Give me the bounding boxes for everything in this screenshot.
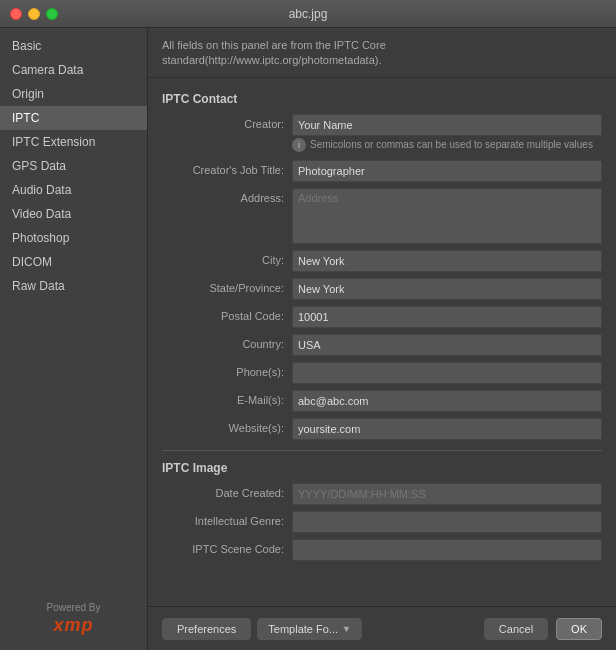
email-label: E-Mail(s):	[162, 390, 292, 406]
address-label: Address:	[162, 188, 292, 204]
state-field-wrap	[292, 278, 602, 300]
window-title: abc.jpg	[289, 7, 328, 21]
postal-label: Postal Code:	[162, 306, 292, 322]
intellectual-genre-row: Intellectual Genre:	[162, 511, 602, 533]
intellectual-genre-field-wrap	[292, 511, 602, 533]
iptc-contact-header: IPTC Contact	[162, 92, 602, 106]
creator-input[interactable]	[292, 114, 602, 136]
website-field-wrap	[292, 418, 602, 440]
sidebar-footer: Powered By xmp	[0, 594, 147, 644]
phone-input[interactable]	[292, 362, 602, 384]
info-text: All fields on this panel are from the IP…	[148, 28, 616, 78]
job-title-field-wrap	[292, 160, 602, 182]
postal-field-wrap	[292, 306, 602, 328]
main-content: Basic Camera Data Origin IPTC IPTC Exten…	[0, 28, 616, 650]
date-created-label: Date Created:	[162, 483, 292, 499]
info-icon: i	[292, 138, 306, 152]
date-created-field-wrap	[292, 483, 602, 505]
template-dropdown-button[interactable]: Template Fo... ▼	[257, 618, 362, 640]
city-field-wrap	[292, 250, 602, 272]
date-created-row: Date Created:	[162, 483, 602, 505]
title-bar: abc.jpg	[0, 0, 616, 28]
phone-row: Phone(s):	[162, 362, 602, 384]
hint-text: Semicolons or commas can be used to sepa…	[310, 139, 593, 150]
website-row: Website(s):	[162, 418, 602, 440]
template-dropdown-label: Template Fo...	[268, 623, 338, 635]
address-field-wrap	[292, 188, 602, 244]
sidebar-item-video-data[interactable]: Video Data	[0, 202, 147, 226]
country-field-wrap	[292, 334, 602, 356]
minimize-button[interactable]	[28, 8, 40, 20]
sidebar-item-audio-data[interactable]: Audio Data	[0, 178, 147, 202]
bottom-bar: Preferences Template Fo... ▼ Cancel OK	[148, 606, 616, 650]
city-input[interactable]	[292, 250, 602, 272]
bottom-bar-left: Preferences Template Fo... ▼	[162, 618, 362, 640]
sidebar: Basic Camera Data Origin IPTC IPTC Exten…	[0, 28, 148, 650]
sidebar-item-camera-data[interactable]: Camera Data	[0, 58, 147, 82]
sidebar-item-iptc[interactable]: IPTC	[0, 106, 147, 130]
date-created-input[interactable]	[292, 483, 602, 505]
phone-label: Phone(s):	[162, 362, 292, 378]
sidebar-item-origin[interactable]: Origin	[0, 82, 147, 106]
website-label: Website(s):	[162, 418, 292, 434]
preferences-button[interactable]: Preferences	[162, 618, 251, 640]
city-row: City:	[162, 250, 602, 272]
address-row: Address:	[162, 188, 602, 244]
creator-field-wrap: i Semicolons or commas can be used to se…	[292, 114, 602, 154]
country-row: Country:	[162, 334, 602, 356]
email-input[interactable]	[292, 390, 602, 412]
powered-by-label: Powered By	[47, 602, 101, 613]
xmp-logo: xmp	[53, 615, 93, 636]
sidebar-item-dicom[interactable]: DICOM	[0, 250, 147, 274]
chevron-down-icon: ▼	[342, 624, 351, 634]
job-title-input[interactable]	[292, 160, 602, 182]
postal-row: Postal Code:	[162, 306, 602, 328]
sidebar-item-raw-data[interactable]: Raw Data	[0, 274, 147, 298]
sidebar-item-basic[interactable]: Basic	[0, 34, 147, 58]
bottom-bar-right: Cancel OK	[484, 618, 602, 640]
sidebar-item-iptc-extension[interactable]: IPTC Extension	[0, 130, 147, 154]
iptc-scene-row: IPTC Scene Code:	[162, 539, 602, 561]
intellectual-genre-input[interactable]	[292, 511, 602, 533]
iptc-scene-input[interactable]	[292, 539, 602, 561]
iptc-scene-field-wrap	[292, 539, 602, 561]
creator-label: Creator:	[162, 114, 292, 130]
website-input[interactable]	[292, 418, 602, 440]
section-divider	[162, 450, 602, 451]
address-textarea[interactable]	[292, 188, 602, 244]
right-panel: All fields on this panel are from the IP…	[148, 28, 616, 650]
city-label: City:	[162, 250, 292, 266]
country-input[interactable]	[292, 334, 602, 356]
sidebar-item-gps-data[interactable]: GPS Data	[0, 154, 147, 178]
state-row: State/Province:	[162, 278, 602, 300]
ok-button[interactable]: OK	[556, 618, 602, 640]
job-title-row: Creator's Job Title:	[162, 160, 602, 182]
iptc-image-header: IPTC Image	[162, 461, 602, 475]
form-scroll: IPTC Contact Creator: i Semicolons or co…	[148, 78, 616, 606]
cancel-button[interactable]: Cancel	[484, 618, 548, 640]
job-title-label: Creator's Job Title:	[162, 160, 292, 176]
creator-row: Creator: i Semicolons or commas can be u…	[162, 114, 602, 154]
phone-field-wrap	[292, 362, 602, 384]
email-field-wrap	[292, 390, 602, 412]
sidebar-item-photoshop[interactable]: Photoshop	[0, 226, 147, 250]
state-input[interactable]	[292, 278, 602, 300]
country-label: Country:	[162, 334, 292, 350]
intellectual-genre-label: Intellectual Genre:	[162, 511, 292, 527]
maximize-button[interactable]	[46, 8, 58, 20]
iptc-scene-label: IPTC Scene Code:	[162, 539, 292, 555]
window-controls[interactable]	[10, 8, 58, 20]
state-label: State/Province:	[162, 278, 292, 294]
hint-row: i Semicolons or commas can be used to se…	[292, 138, 602, 152]
postal-input[interactable]	[292, 306, 602, 328]
email-row: E-Mail(s):	[162, 390, 602, 412]
close-button[interactable]	[10, 8, 22, 20]
